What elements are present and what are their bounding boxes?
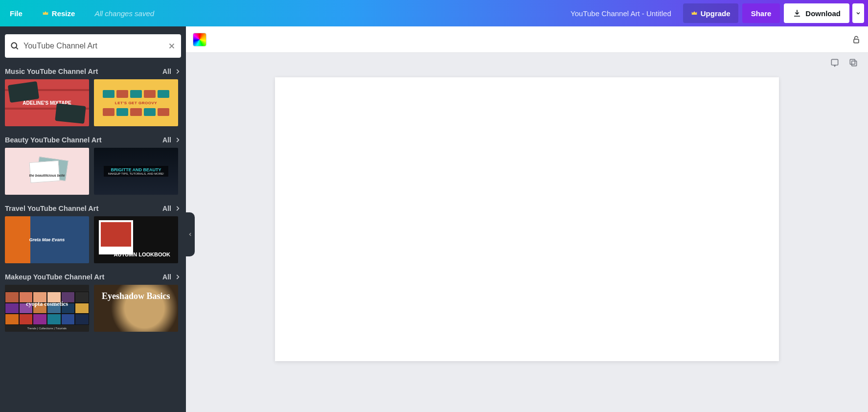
category-all-button[interactable]: All (162, 205, 181, 212)
search-input[interactable] (23, 42, 163, 50)
category-title: Travel YouTube Channel Art (5, 205, 98, 212)
lock-icon[interactable] (851, 35, 861, 45)
editor-area (186, 26, 868, 412)
page-action-bar (186, 53, 868, 72)
share-label: Share (751, 9, 772, 18)
download-button[interactable]: Download (784, 3, 849, 23)
download-caret[interactable] (852, 3, 864, 23)
thumb-label: BRIGITTE AND BEAUTY (108, 167, 164, 172)
template-thumb[interactable]: the beautilicious belle (5, 148, 89, 195)
category-header: Music YouTube Channel Art All (5, 65, 181, 79)
category-all-button[interactable]: All (162, 273, 181, 281)
category-all-button[interactable]: All (162, 136, 181, 144)
chevron-right-icon (174, 274, 181, 280)
thumb-label: LET'S GET GROOVY (112, 101, 160, 105)
all-label: All (162, 136, 171, 144)
template-thumb[interactable]: Eyeshadow Basics (94, 285, 178, 332)
notes-icon[interactable] (830, 58, 840, 68)
file-menu[interactable]: File (0, 0, 32, 26)
thumbnails-row: the beautilicious belle BRIGITTE AND BEA… (5, 148, 181, 195)
header-left: File Resize All changes saved (0, 0, 164, 26)
category-title: Makeup YouTube Channel Art (5, 273, 104, 281)
crown-icon (42, 10, 49, 17)
thumb-label: cyopta cosmetics (5, 300, 89, 308)
category-header: Makeup YouTube Channel Art All (5, 270, 181, 285)
chevron-right-icon (174, 68, 181, 75)
template-thumb[interactable]: AUTUMN LOOKBOOK (94, 216, 178, 263)
template-thumb[interactable]: Greta Mae Evans (5, 216, 89, 263)
template-thumb[interactable]: cyopta cosmetics Trends | Collections | … (5, 285, 89, 332)
share-button[interactable]: Share (742, 3, 780, 23)
chevron-right-icon (174, 205, 181, 212)
editor-toolbar (186, 26, 868, 53)
svg-rect-1 (854, 39, 859, 43)
upgrade-button[interactable]: Upgrade (683, 3, 738, 23)
thumbnails-row: ADELINE'S MIXTAPE LET'S GET GROOVY (5, 79, 181, 126)
svg-rect-4 (850, 59, 855, 64)
thumb-label: AUTUMN LOOKBOOK (111, 252, 174, 257)
chevron-right-icon (174, 137, 181, 143)
duplicate-page-icon[interactable] (848, 58, 858, 68)
thumb-label: ADELINE'S MIXTAPE (20, 100, 74, 106)
category-title: Beauty YouTube Channel Art (5, 136, 102, 144)
category-header: Beauty YouTube Channel Art All (5, 133, 181, 148)
main-area: Music YouTube Channel Art All ADELINE'S … (0, 26, 868, 412)
category-title: Music YouTube Channel Art (5, 68, 98, 75)
svg-rect-2 (831, 59, 838, 65)
app-header: File Resize All changes saved YouTube Ch… (0, 0, 868, 26)
category-all-button[interactable]: All (162, 68, 181, 75)
search-wrap (0, 26, 186, 63)
search-box[interactable] (5, 34, 181, 58)
category-travel: Travel YouTube Channel Art All Greta Mae… (0, 200, 186, 268)
resize-button[interactable]: Resize (32, 0, 85, 26)
template-thumb[interactable]: BRIGITTE AND BEAUTY MAKEUP TIPS, TUTORIA… (94, 148, 178, 195)
category-makeup: Makeup YouTube Channel Art All cyopta co… (0, 268, 186, 337)
upgrade-label: Upgrade (701, 9, 731, 18)
thumb-label: Greta Mae Evans (26, 237, 68, 242)
search-icon (10, 41, 20, 51)
file-label: File (10, 9, 23, 18)
crown-icon (691, 10, 698, 17)
thumb-sublabel: Trends | Collections | Tutorials (5, 327, 89, 330)
save-status: All changes saved (85, 9, 164, 18)
canvas-viewport[interactable] (186, 72, 868, 412)
category-header: Travel YouTube Channel Art All (5, 202, 181, 216)
all-label: All (162, 273, 171, 281)
svg-point-0 (11, 43, 17, 48)
thumbnails-row: cyopta cosmetics Trends | Collections | … (5, 285, 181, 332)
all-label: All (162, 68, 171, 75)
all-label: All (162, 205, 171, 212)
template-thumb[interactable]: ADELINE'S MIXTAPE (5, 79, 89, 126)
download-icon (793, 9, 801, 18)
thumbnails-row: Greta Mae Evans AUTUMN LOOKBOOK (5, 216, 181, 263)
template-thumb[interactable]: LET'S GET GROOVY (94, 79, 178, 126)
resize-label: Resize (52, 9, 75, 18)
svg-rect-3 (852, 61, 857, 66)
document-title[interactable]: YouTube Channel Art - Untitled (561, 9, 681, 18)
design-canvas[interactable] (275, 77, 779, 361)
thumb-sublabel: MAKEUP TIPS, TUTORIALS, AND MORE! (108, 172, 164, 175)
collapse-sidebar-button[interactable] (186, 212, 195, 256)
thumb-label: Eyeshadow Basics (99, 292, 173, 300)
category-beauty: Beauty YouTube Channel Art All the beaut… (0, 131, 186, 200)
clear-search-icon[interactable] (167, 42, 176, 50)
category-music: Music YouTube Channel Art All ADELINE'S … (0, 63, 186, 131)
thumb-label: the beautilicious belle (26, 174, 68, 177)
color-picker-button[interactable] (193, 33, 206, 46)
download-label: Download (805, 9, 841, 18)
templates-sidebar: Music YouTube Channel Art All ADELINE'S … (0, 26, 186, 412)
chevron-left-icon (188, 232, 193, 237)
